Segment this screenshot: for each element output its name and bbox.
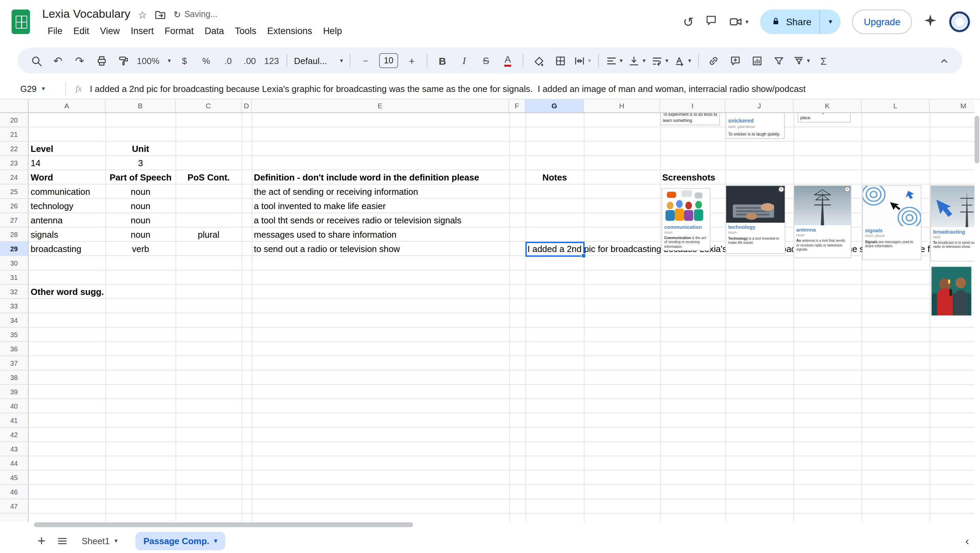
row-header-28[interactable]: 28 [0, 228, 28, 242]
menu-tools[interactable]: Tools [229, 24, 262, 38]
horizontal-scrollbar-thumb[interactable] [34, 522, 413, 527]
cell-C24[interactable]: PoS Cont. [176, 170, 242, 185]
column-header-I[interactable]: I [660, 99, 725, 112]
cell-A22[interactable]: Level [29, 142, 105, 156]
fill-color-icon[interactable] [528, 52, 549, 70]
row-header-43[interactable]: 43 [0, 442, 28, 456]
partial-card[interactable]: snickeredverb, past tenseTo snicker is t… [725, 113, 785, 139]
vocab-card-antenna[interactable]: ×antennanounAn antenna is a tool that se… [794, 185, 851, 258]
strikethrough-icon[interactable]: S [476, 52, 496, 70]
row-header-46[interactable]: 46 [0, 485, 28, 499]
menu-insert[interactable]: Insert [125, 24, 159, 38]
row-header-25[interactable]: 25 [0, 185, 28, 199]
share-menu-caret[interactable]: ▾ [820, 10, 841, 34]
comment-icon[interactable] [705, 14, 718, 29]
merge-cells-icon[interactable]: ▾ [572, 52, 593, 70]
tab-sheet1[interactable]: Sheet1 ▾ [73, 532, 126, 550]
column-header-J[interactable]: J [725, 99, 794, 112]
row-header-35[interactable]: 35 [0, 328, 28, 342]
vertical-scrollbar-thumb[interactable] [975, 116, 979, 163]
row-header-37[interactable]: 37 [0, 356, 28, 370]
borders-icon[interactable] [550, 52, 570, 70]
insert-chart-icon[interactable] [747, 52, 767, 70]
vocab-card-technology[interactable]: ×technologynounTechnology is a tool inve… [725, 185, 785, 254]
move-folder-icon[interactable] [154, 8, 166, 20]
row-header-33[interactable]: 33 [0, 299, 28, 313]
cell-E27[interactable]: a tool tht sends or receives radio or te… [252, 213, 509, 228]
cell-E29[interactable]: to send out a radio or television show [252, 242, 509, 256]
increase-font-size-icon[interactable]: + [401, 52, 422, 70]
fill-handle-icon[interactable] [581, 253, 586, 258]
upgrade-button[interactable]: Upgrade [853, 10, 912, 34]
cell-A23[interactable]: 14 [29, 156, 105, 170]
bold-icon[interactable]: B [432, 52, 453, 70]
column-header-H[interactable]: H [584, 99, 660, 112]
row-header-45[interactable]: 45 [0, 470, 28, 485]
text-color-icon[interactable]: A [504, 54, 511, 67]
vocab-card-signals[interactable]: signalsnoun, pluralSignals are messages … [862, 185, 921, 260]
undo-icon[interactable]: ↶ [48, 52, 68, 70]
menu-help[interactable]: Help [318, 24, 347, 38]
cell-E28[interactable]: messages used to share information [252, 228, 509, 242]
font-size-input[interactable]: 10 [379, 53, 398, 68]
text-wrap-icon[interactable]: ▾ [649, 52, 670, 70]
cell-B22[interactable]: Unit [105, 142, 176, 156]
meet-caret-icon[interactable]: ▾ [746, 19, 749, 25]
tab-sheet1-caret-icon[interactable]: ▾ [115, 538, 118, 544]
name-box-caret-icon[interactable]: ▾ [42, 86, 45, 92]
column-header-E[interactable]: E [252, 99, 509, 112]
cell-A25[interactable]: communication [29, 185, 105, 199]
row-header-41[interactable]: 41 [0, 413, 28, 428]
document-title[interactable]: Lexia Vocabulary [42, 8, 130, 21]
vocab-card-communication[interactable]: communicationnounCommunication is the ac… [662, 188, 711, 251]
font-select[interactable]: Defaul... ▾ [292, 52, 345, 70]
row-header-38[interactable]: 38 [0, 370, 28, 385]
cell-A24[interactable]: Word [29, 170, 105, 185]
row-header-36[interactable]: 36 [0, 342, 28, 356]
increase-decimal-icon[interactable]: .00 [240, 52, 260, 70]
column-header-C[interactable]: C [176, 99, 242, 112]
paint-format-icon[interactable] [113, 52, 134, 70]
column-header-A[interactable]: A [29, 99, 105, 112]
partial-card[interactable]: To experiment is to do tests tolearn som… [660, 113, 720, 125]
cell-E25[interactable]: the act of sending or receiving informat… [252, 185, 509, 199]
filter-views-icon[interactable]: ▾ [791, 52, 812, 70]
functions-icon[interactable]: Σ [813, 52, 834, 70]
row-header-27[interactable]: 27 [0, 213, 28, 228]
row-header-20[interactable]: 20 [0, 113, 28, 127]
add-sheet-icon[interactable]: + [33, 534, 50, 548]
cell-B26[interactable]: noun [105, 199, 176, 213]
decrease-decimal-icon[interactable]: .0 [218, 52, 238, 70]
meet-video-icon[interactable]: ▾ [729, 15, 749, 29]
row-header-32[interactable]: 32 [0, 285, 28, 299]
scroll-tabs-left-icon[interactable]: ‹ [966, 535, 969, 547]
more-formats-icon[interactable]: 123 [261, 52, 282, 70]
insert-link-icon[interactable] [703, 52, 724, 70]
partial-card[interactable]: or something takes over aplace. [798, 113, 851, 123]
row-header-42[interactable]: 42 [0, 428, 28, 442]
row-header-34[interactable]: 34 [0, 313, 28, 328]
formula-input[interactable]: I added a 2nd pic for broadcasting becau… [90, 84, 980, 94]
row-header-30[interactable]: 30 [0, 256, 28, 270]
cell-C28[interactable]: plural [176, 228, 242, 242]
profile-avatar[interactable] [949, 11, 970, 33]
tab-passage-comp[interactable]: Passage Comp. ▾ [135, 532, 225, 550]
cells-area[interactable]: LevelUnit143WordPart of SpeechPoS Cont.D… [29, 113, 975, 522]
column-header-K[interactable]: K [794, 99, 862, 112]
menu-file[interactable]: File [42, 24, 68, 38]
cell-E26[interactable]: a tool invented to make life easier [252, 199, 509, 213]
cell-I24[interactable]: Screenshots [660, 170, 725, 185]
cell-B25[interactable]: noun [105, 185, 176, 199]
zoom-select[interactable]: 100% ▾ [135, 52, 173, 70]
cell-A27[interactable]: antenna [29, 213, 105, 228]
row-header-39[interactable]: 39 [0, 385, 28, 399]
create-filter-icon[interactable] [769, 52, 789, 70]
column-header-L[interactable]: L [862, 99, 930, 112]
close-icon[interactable]: × [778, 186, 784, 192]
row-header-21[interactable]: 21 [0, 127, 28, 142]
radio-show-photo[interactable] [931, 266, 972, 316]
cell-G24[interactable]: Notes [525, 170, 584, 185]
column-header-D[interactable]: D [242, 99, 252, 112]
gemini-gem-icon[interactable] [924, 14, 937, 30]
format-percent-icon[interactable]: % [196, 52, 216, 70]
